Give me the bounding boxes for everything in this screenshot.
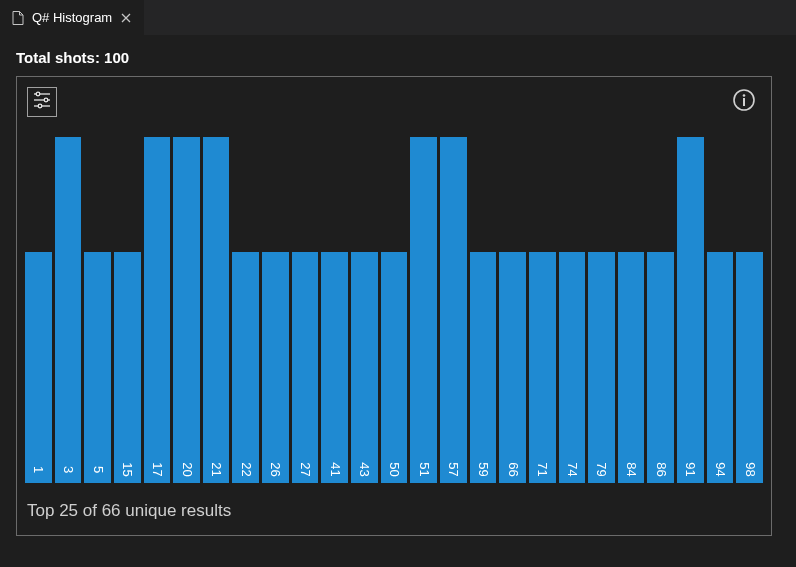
- bar-label: 41: [327, 462, 342, 476]
- bar-wrap: 1: [25, 137, 52, 483]
- bar-wrap: 84: [618, 137, 645, 483]
- histogram-bar[interactable]: 21: [203, 137, 230, 483]
- bar-label: 50: [387, 462, 402, 476]
- close-icon[interactable]: [118, 10, 134, 26]
- histogram-bar[interactable]: 66: [499, 252, 526, 483]
- bar-wrap: 66: [499, 137, 526, 483]
- histogram-bars: 1351517202122262741435051575966717479848…: [25, 137, 763, 483]
- histogram-bar[interactable]: 1: [25, 252, 52, 483]
- summary-label: Top 25 of 66 unique results: [27, 501, 231, 521]
- settings-button[interactable]: [27, 87, 57, 117]
- histogram-bar[interactable]: 79: [588, 252, 615, 483]
- bar-label: 98: [742, 462, 757, 476]
- bar-label: 66: [505, 462, 520, 476]
- bar-wrap: 86: [647, 137, 674, 483]
- histogram-bar[interactable]: 43: [351, 252, 378, 483]
- bar-label: 3: [60, 466, 75, 473]
- content-area: Total shots: 100: [0, 35, 796, 552]
- bar-label: 15: [120, 462, 135, 476]
- bar-label: 1: [31, 466, 46, 473]
- bar-wrap: 57: [440, 137, 467, 483]
- bar-wrap: 27: [292, 137, 319, 483]
- bar-wrap: 3: [55, 137, 82, 483]
- bar-wrap: 94: [707, 137, 734, 483]
- histogram-bar[interactable]: 22: [232, 252, 259, 483]
- svg-point-5: [38, 104, 42, 108]
- bar-wrap: 22: [232, 137, 259, 483]
- histogram-bar[interactable]: 41: [321, 252, 348, 483]
- bar-wrap: 50: [381, 137, 408, 483]
- histogram-bar[interactable]: 3: [55, 137, 82, 483]
- bar-wrap: 71: [529, 137, 556, 483]
- bar-wrap: 21: [203, 137, 230, 483]
- bar-wrap: 98: [736, 137, 763, 483]
- histogram-bar[interactable]: 59: [470, 252, 497, 483]
- file-icon: [10, 10, 26, 26]
- bar-label: 74: [564, 462, 579, 476]
- tab-title: Q# Histogram: [32, 10, 112, 25]
- histogram-bar[interactable]: 98: [736, 252, 763, 483]
- histogram-frame: 1351517202122262741435051575966717479848…: [16, 76, 772, 536]
- histogram-bar[interactable]: 26: [262, 252, 289, 483]
- histogram-bar[interactable]: 5: [84, 252, 111, 483]
- bar-wrap: 59: [470, 137, 497, 483]
- histogram-bar[interactable]: 17: [144, 137, 171, 483]
- bar-wrap: 17: [144, 137, 171, 483]
- svg-rect-8: [743, 98, 745, 106]
- bar-label: 26: [268, 462, 283, 476]
- bar-label: 84: [624, 462, 639, 476]
- bar-wrap: 74: [559, 137, 586, 483]
- histogram-bar[interactable]: 51: [410, 137, 437, 483]
- bar-label: 5: [90, 466, 105, 473]
- bar-wrap: 26: [262, 137, 289, 483]
- histogram-bar[interactable]: 74: [559, 252, 586, 483]
- bar-label: 94: [713, 462, 728, 476]
- histogram-bar[interactable]: 15: [114, 252, 141, 483]
- svg-point-7: [743, 94, 746, 97]
- bar-wrap: 91: [677, 137, 704, 483]
- histogram-bar[interactable]: 20: [173, 137, 200, 483]
- bar-wrap: 43: [351, 137, 378, 483]
- bar-label: 86: [653, 462, 668, 476]
- bar-label: 27: [298, 462, 313, 476]
- bar-wrap: 20: [173, 137, 200, 483]
- bar-label: 91: [683, 462, 698, 476]
- bar-wrap: 5: [84, 137, 111, 483]
- bar-label: 71: [535, 462, 550, 476]
- info-icon: [732, 88, 756, 116]
- histogram-bar[interactable]: 50: [381, 252, 408, 483]
- histogram-bar[interactable]: 84: [618, 252, 645, 483]
- bar-wrap: 79: [588, 137, 615, 483]
- histogram-bar[interactable]: 91: [677, 137, 704, 483]
- bar-label: 57: [446, 462, 461, 476]
- sliders-icon: [32, 90, 52, 114]
- bar-label: 79: [594, 462, 609, 476]
- bar-label: 59: [475, 462, 490, 476]
- svg-point-1: [36, 92, 40, 96]
- tab-bar: Q# Histogram: [0, 0, 796, 35]
- tab-qsharp-histogram[interactable]: Q# Histogram: [0, 0, 145, 35]
- svg-point-3: [44, 98, 48, 102]
- bar-wrap: 51: [410, 137, 437, 483]
- bar-label: 20: [179, 462, 194, 476]
- bar-label: 21: [209, 462, 224, 476]
- histogram-bar[interactable]: 57: [440, 137, 467, 483]
- histogram-bar[interactable]: 27: [292, 252, 319, 483]
- bar-label: 43: [357, 462, 372, 476]
- histogram-bar[interactable]: 71: [529, 252, 556, 483]
- info-button[interactable]: [731, 89, 757, 115]
- bar-label: 51: [416, 462, 431, 476]
- histogram-bar[interactable]: 94: [707, 252, 734, 483]
- bar-label: 22: [238, 462, 253, 476]
- histogram-bar[interactable]: 86: [647, 252, 674, 483]
- bar-wrap: 15: [114, 137, 141, 483]
- bar-label: 17: [149, 462, 164, 476]
- total-shots-label: Total shots: 100: [16, 49, 780, 66]
- bar-wrap: 41: [321, 137, 348, 483]
